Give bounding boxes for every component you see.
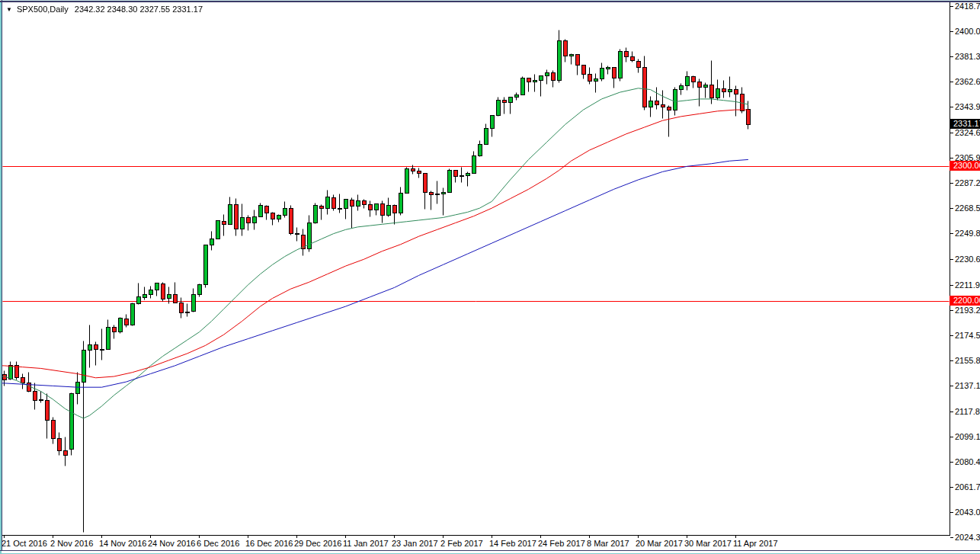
- x-axis-label: 24 Nov 2016: [148, 539, 195, 548]
- y-axis-tick: [950, 411, 953, 412]
- x-axis-label: 30 Mar 2017: [684, 539, 732, 548]
- y-axis-tick: [950, 310, 953, 311]
- price-chart-plot[interactable]: ▼SPX500,Daily2342.32 2348.30 2327.55 233…: [2, 2, 950, 536]
- x-axis-label: 14 Feb 2017: [489, 539, 536, 548]
- y-axis-tick: [950, 437, 953, 437]
- chart-dropdown-icon[interactable]: ▼: [6, 6, 12, 13]
- y-axis-tick: [950, 462, 953, 463]
- chart-symbol-period: SPX500,Daily: [17, 5, 69, 14]
- x-axis-tick: [345, 536, 346, 538]
- time-axis[interactable]: 21 Oct 20162 Nov 201614 Nov 201624 Nov 2…: [2, 536, 950, 550]
- chart-title: ▼SPX500,Daily2342.32 2348.30 2327.55 233…: [6, 5, 203, 14]
- y-axis-tick: [950, 183, 953, 184]
- y-axis-tick: [950, 259, 953, 260]
- x-axis-tick: [150, 536, 151, 538]
- x-axis-tick: [53, 536, 53, 538]
- x-axis-tick: [687, 536, 687, 538]
- y-axis-tick: [950, 512, 953, 513]
- y-axis-tick: [950, 158, 953, 159]
- x-axis-tick: [199, 536, 200, 538]
- window-border-bottom: [0, 550, 980, 551]
- x-axis-label: 24 Feb 2017: [538, 539, 585, 548]
- price-axis[interactable]: 2418.702400.002381.302362.602343.902324.…: [950, 2, 980, 536]
- x-axis-label: 21 Oct 2016: [2, 539, 47, 548]
- y-axis-tick: [950, 133, 953, 133]
- x-axis-label: 20 Mar 2017: [636, 539, 683, 548]
- chart-window: ▼SPX500,Daily2342.32 2348.30 2327.55 233…: [0, 0, 980, 554]
- x-axis-label: 11 Jan 2017: [343, 539, 389, 548]
- x-axis-tick: [248, 536, 248, 538]
- x-axis-label: 8 Mar 2017: [587, 539, 629, 548]
- y-axis-tick: [950, 386, 953, 386]
- y-axis-tick: [950, 335, 953, 336]
- x-axis-label: 23 Jan 2017: [392, 539, 438, 548]
- x-axis-label: 6 Dec 2016: [197, 539, 239, 548]
- candlestick-canvas[interactable]: [2, 2, 950, 535]
- chart-ohlc-readout: 2342.32 2348.30 2327.55 2331.17: [75, 5, 203, 14]
- x-axis-tick: [540, 536, 541, 538]
- y-axis-tick: [950, 107, 953, 107]
- y-axis-tick: [950, 360, 953, 361]
- level-price-marker: 2200.00: [950, 296, 980, 306]
- x-axis-label: 2 Nov 2016: [50, 539, 93, 548]
- y-axis-tick: [950, 208, 953, 209]
- x-axis-label: 2 Feb 2017: [440, 539, 483, 548]
- x-axis-label: 16 Dec 2016: [245, 539, 293, 548]
- x-axis-tick: [394, 536, 395, 538]
- y-axis-tick: [950, 56, 953, 57]
- x-axis-label: 29 Dec 2016: [294, 539, 341, 548]
- y-axis-tick: [950, 285, 953, 286]
- y-axis-tick: [950, 487, 953, 488]
- x-axis-tick: [443, 536, 444, 538]
- x-axis-tick: [296, 536, 297, 538]
- x-axis-tick: [101, 536, 102, 538]
- x-axis-tick: [492, 536, 492, 538]
- y-axis-tick: [950, 31, 953, 32]
- bid-price-marker: 2331.17: [950, 119, 980, 129]
- y-axis-tick: [950, 6, 953, 7]
- y-axis-tick: [950, 537, 953, 538]
- y-axis-tick: [950, 233, 953, 234]
- x-axis-label: 14 Nov 2016: [99, 539, 146, 548]
- x-axis-tick: [735, 536, 736, 538]
- level-price-marker: 2300.00: [950, 161, 980, 171]
- x-axis-tick: [638, 536, 639, 538]
- x-axis-label: 11 Apr 2017: [733, 539, 778, 548]
- x-axis-tick: [4, 536, 5, 538]
- window-border-left-line: [2, 0, 2, 551]
- x-axis-tick: [589, 536, 590, 538]
- y-axis-tick: [950, 82, 953, 82]
